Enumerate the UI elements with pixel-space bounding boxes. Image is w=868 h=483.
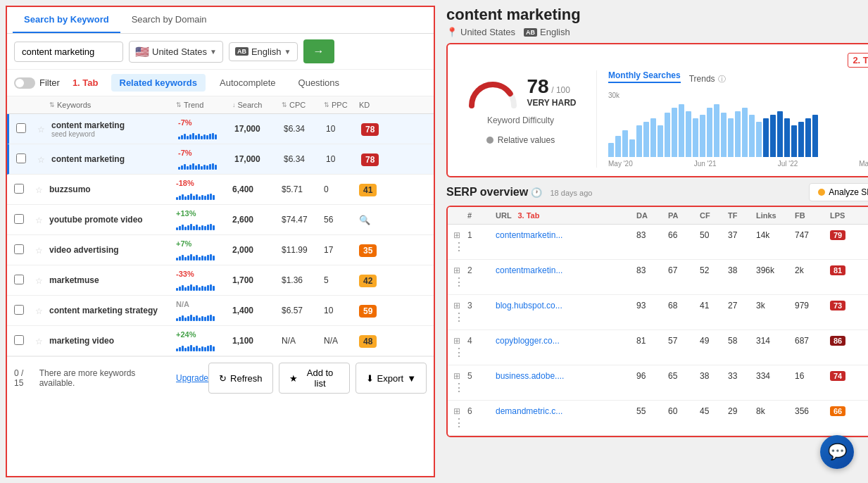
serp-th-da[interactable]: DA [636, 211, 668, 220]
export-button[interactable]: ⬇ Export ▼ [356, 363, 427, 394]
right-panel: content marketing 📍 United States AB Eng… [441, 0, 868, 483]
chart-bar [805, 118, 811, 157]
serp-url-link[interactable]: copyblogger.co... [496, 336, 560, 346]
row-star-icon[interactable]: ☆ [35, 246, 43, 256]
serp-expand-icon[interactable]: ⊞ [453, 265, 467, 275]
monthly-searches-tab[interactable]: Monthly Searches [608, 70, 681, 83]
serp-table-body: ⊞ 1 contentmarketin... 83 66 50 37 14k 7… [448, 225, 868, 436]
serp-url-link[interactable]: demandmetric.c... [496, 406, 562, 416]
serp-th-tf[interactable]: TF [728, 211, 756, 220]
serp-url-link[interactable]: contentmarketin... [496, 265, 562, 275]
table-row[interactable]: ☆ content marketing seed keyword -7% 17,… [7, 114, 434, 144]
trend-bars [178, 128, 234, 139]
table-row[interactable]: ☆ buzzsumo -18% 6,400 $5.71 0 41 [7, 175, 434, 205]
serp-da: 83 [636, 265, 668, 275]
tab-questions[interactable]: Questions [290, 74, 348, 92]
serp-url-link[interactable]: blog.hubspot.co... [496, 301, 562, 310]
filter-toggle-switch[interactable] [14, 77, 35, 89]
row-checkbox[interactable] [14, 214, 24, 224]
serp-url-link[interactable]: contentmarketin... [496, 230, 562, 240]
kd-cell: 42 [359, 275, 398, 286]
row-checkbox[interactable] [16, 153, 26, 163]
trend-bars [178, 158, 234, 170]
kd-cell: 41 [359, 184, 398, 195]
th-kd[interactable]: KD [359, 101, 398, 109]
row-star-icon[interactable]: ☆ [35, 306, 43, 316]
serp-th-lps[interactable]: LPS [830, 211, 868, 220]
tab-autocomplete[interactable]: Autocomplete [211, 74, 284, 92]
serp-more-button[interactable]: ⋮ [453, 240, 467, 253]
serp-expand-icon[interactable]: ⊞ [453, 406, 467, 416]
serp-th-num: # [467, 211, 496, 220]
chart-bar [728, 118, 734, 157]
th-trend[interactable]: ⇅ Trend [176, 101, 232, 109]
stats-inner: 78 / 100 VERY HARD Keyword Difficulty Re… [456, 70, 868, 168]
chart-info-icon[interactable]: ⓘ [718, 74, 726, 84]
filter-label: Filter [39, 77, 60, 88]
go-button[interactable]: → [303, 39, 334, 63]
country-selector[interactable]: 🇺🇸 United States ▼ [129, 41, 223, 63]
th-keywords[interactable]: ⇅ Keywords [49, 101, 176, 109]
serp-more-button[interactable]: ⋮ [453, 346, 467, 359]
serp-th-links[interactable]: Links [756, 211, 795, 220]
chart-section: Monthly Searches Trends ⓘ 30k May '20 Ju… [597, 70, 868, 168]
row-star-icon[interactable]: ☆ [35, 337, 43, 346]
serp-tf: 29 [728, 406, 756, 416]
add-to-list-button[interactable]: ★ Add to list [279, 363, 350, 394]
table-row[interactable]: ☆ content marketing -7% 17,000 $6.34 10 … [7, 144, 434, 175]
table-row[interactable]: ☆ marketing video +24% 1,100 N/A N/A 48 [7, 326, 434, 356]
serp-expand-icon[interactable]: ⊞ [453, 371, 467, 381]
serp-more-button[interactable]: ⋮ [453, 275, 467, 289]
table-row[interactable]: ☆ marketmuse -33% 1,700 $1.36 5 42 [7, 265, 434, 296]
serp-more-button[interactable]: ⋮ [453, 310, 467, 324]
chat-bubble-button[interactable]: 💬 [820, 435, 854, 469]
row-star-icon[interactable]: ☆ [37, 125, 45, 134]
row-star-icon[interactable]: ☆ [35, 185, 43, 195]
trends-tab[interactable]: Trends [689, 74, 715, 84]
row-star-icon[interactable]: ☆ [37, 155, 45, 165]
th-cpc[interactable]: ⇅ CPC [282, 101, 324, 109]
analyze-serp-button[interactable]: Analyze SERP [809, 183, 868, 201]
serp-expand-icon[interactable]: ⊞ [453, 230, 467, 240]
serp-da: 81 [636, 336, 668, 346]
serp-url-link[interactable]: business.adobe.... [496, 371, 564, 381]
serp-more-button[interactable]: ⋮ [453, 416, 467, 429]
serp-th-cf[interactable]: CF [700, 211, 728, 220]
row-checkbox[interactable] [14, 244, 24, 254]
row-checkbox[interactable] [14, 305, 24, 315]
search-volume: 17,000 [234, 154, 284, 164]
row-star-icon[interactable]: ☆ [35, 215, 43, 225]
serp-expand-icon[interactable]: ⊞ [453, 336, 467, 346]
serp-expand-icon[interactable]: ⊞ [453, 301, 467, 310]
serp-table-row: ⊞ 3 blog.hubspot.co... 93 68 41 27 3k 97… [448, 295, 868, 330]
serp-th-pa[interactable]: PA [668, 211, 700, 220]
th-ppc[interactable]: ⇅ PPC [324, 101, 359, 109]
tab-search-by-keyword[interactable]: Search by Keyword [13, 7, 120, 33]
trend-value: -7% [178, 118, 234, 127]
serp-row-num: 5 [467, 371, 496, 381]
row-checkbox[interactable] [14, 184, 24, 194]
tab-search-by-domain[interactable]: Search by Domain [120, 7, 218, 33]
language-selector[interactable]: AB English ▼ [229, 42, 298, 61]
keyword-search-input[interactable] [14, 42, 123, 62]
chart-bar [629, 139, 635, 157]
table-row[interactable]: ☆ video advertising +7% 2,000 $11.99 17 … [7, 235, 434, 265]
row-star-icon[interactable]: ☆ [35, 276, 43, 286]
row-checkbox[interactable] [16, 123, 26, 133]
serp-th-fb[interactable]: FB [795, 211, 830, 220]
serp-pa: 60 [668, 406, 700, 416]
tab-related-keywords[interactable]: Related keywords [111, 74, 206, 92]
refresh-button[interactable]: ↻ Refresh [208, 363, 273, 394]
th-search[interactable]: ↓ Search [232, 101, 282, 109]
row-checkbox[interactable] [14, 275, 24, 284]
difficulty-value: 78 [527, 75, 548, 97]
row-checkbox[interactable] [14, 335, 24, 345]
serp-more-button[interactable]: ⋮ [453, 381, 467, 394]
serp-table-row: ⊞ 6 demandmetric.c... 55 60 45 29 8k 356… [448, 401, 868, 436]
serp-th-url: URL 3. Tab [496, 211, 636, 220]
upgrade-link[interactable]: Upgrade [176, 373, 208, 383]
keyword-text: youtube promote video [49, 215, 176, 225]
table-row[interactable]: ☆ youtube promote video +13% 2,600 $74.4… [7, 205, 434, 235]
tab-label-2: 2. Tab [848, 53, 868, 68]
table-row[interactable]: ☆ content marketing strategy N/A 1,400 $… [7, 296, 434, 326]
